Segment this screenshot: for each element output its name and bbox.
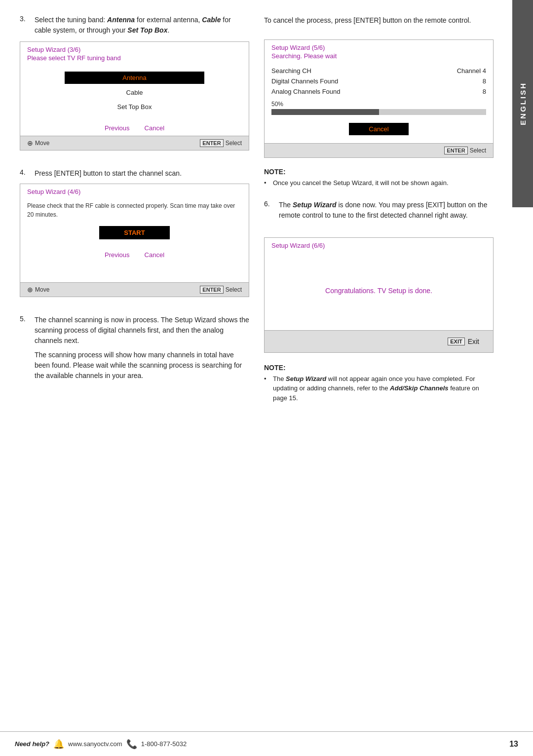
wizard-4-previous-link[interactable]: Previous <box>105 251 130 259</box>
english-label: ENGLISH <box>519 82 527 125</box>
page-footer: Need help? 🔔 www.sanyoctv.com 📞 1-800-87… <box>0 731 533 756</box>
wizard-5-title: Setup Wizard (5/6) <box>271 44 486 51</box>
note-6-title: NOTE: <box>264 364 494 372</box>
congrats-text: Congratulations. TV Setup is done. <box>325 287 432 295</box>
wizard-6-footer-bar: EXIT Exit <box>265 330 493 352</box>
wizard-4-box: Setup Wizard (4/6) Please check that the… <box>20 184 249 297</box>
progress-bar-outer <box>271 109 486 115</box>
note-6-item-1: • The Setup Wizard will not appear again… <box>264 374 494 403</box>
step-3-text: Select the tuning band: Antenna for exte… <box>35 15 249 36</box>
note-6-section: NOTE: • The Setup Wizard will not appear… <box>264 364 494 403</box>
wizard-3-header: Setup Wizard (3/6) Please select TV RF t… <box>20 42 249 64</box>
scan-label-1: Searching CH <box>271 67 311 75</box>
wizard-4-header: Setup Wizard (4/6) <box>20 184 249 197</box>
step-5-text2: The scanning process will show how many … <box>20 350 249 381</box>
scan-row-2: Digital Channels Found 8 <box>271 76 486 86</box>
wizard-4-body: Please check that the RF cable is connec… <box>20 197 249 247</box>
wizard-3-move-label: ⊕ Move <box>27 139 49 147</box>
wizard-5-enter-label: ENTER Select <box>444 147 486 154</box>
wizard-6-title: Setup Wizard (6/6) <box>271 242 486 249</box>
wizard-3-option-antenna[interactable]: Antenna <box>65 72 204 84</box>
wizard-4-move-label: ⊕ Move <box>27 286 49 294</box>
wizard-4-spacer <box>20 263 249 282</box>
wizard-4-title: Setup Wizard (4/6) <box>27 188 242 195</box>
step-4-block: 4. Press [ENTER] button to start the cha… <box>20 168 249 297</box>
footer-phone: 1-800-877-5032 <box>141 740 187 748</box>
wizard-4-cancel-link[interactable]: Cancel <box>145 251 164 259</box>
footer-left: Need help? 🔔 www.sanyoctv.com 📞 1-800-87… <box>15 739 187 750</box>
move-icon: ⊕ <box>27 139 33 147</box>
phone-icon-2: 📞 <box>126 739 137 750</box>
footer-website: www.sanyoctv.com <box>68 740 122 748</box>
exit-btn-container: EXIT Exit <box>441 334 486 349</box>
wizard-4-enter-label: ENTER Select <box>200 286 242 294</box>
scan-row-1: Searching CH Channel 4 <box>271 66 486 76</box>
wizard-6-box: Setup Wizard (6/6) Congratulations. TV S… <box>264 237 494 353</box>
progress-bar-container: 50% <box>271 101 486 115</box>
move-icon-2: ⊕ <box>27 286 33 294</box>
wizard-4-description: Please check that the RF cable is connec… <box>27 201 242 219</box>
note-5-item-1: • Once you cancel the Setup Wizard, it w… <box>264 178 494 188</box>
step-5-text1: The channel scanning is now in process. … <box>35 315 249 346</box>
wizard-4-footer-bar: ⊕ Move ENTER Select <box>20 282 249 297</box>
wizard-6-body: Congratulations. TV Setup is done. <box>265 251 493 330</box>
cancel-btn-container: Cancel <box>271 119 486 139</box>
start-button[interactable]: START <box>99 226 169 239</box>
scan-label-3: Analog Channels Found <box>271 88 341 95</box>
step-3-block: 3. Select the tuning band: Antenna for e… <box>20 15 249 151</box>
step-6-text: The Setup Wizard is done now. You may pr… <box>279 200 494 221</box>
need-help-label: Need help? <box>15 740 49 748</box>
scan-value-3: 8 <box>483 88 486 95</box>
wizard-3-cancel-link[interactable]: Cancel <box>145 124 164 132</box>
wizard-4-footer: Previous Cancel <box>20 247 249 263</box>
wizard-5-subtitle: Searching. Please wait <box>271 52 486 60</box>
footer-page-number: 13 <box>509 740 518 749</box>
step-3-number: 3. <box>20 15 30 23</box>
exit-key-box: EXIT <box>448 338 464 345</box>
wizard-3-previous-link[interactable]: Previous <box>105 124 130 132</box>
wizard-3-footer-bar: ⊕ Move ENTER Select <box>20 136 249 150</box>
scan-value-2: 8 <box>483 77 486 85</box>
wizard-5-footer-bar: ENTER Select <box>265 143 493 157</box>
english-sidebar-tab: ENGLISH <box>512 0 533 207</box>
progress-label: 50% <box>271 101 486 108</box>
phone-icon: 🔔 <box>53 739 64 750</box>
scan-label-2: Digital Channels Found <box>271 77 338 85</box>
wizard-3-title: Setup Wizard (3/6) <box>27 46 242 53</box>
step-4-text: Press [ENTER] button to start the channe… <box>35 168 182 179</box>
right-col-top-text: To cancel the process, press [ENTER] but… <box>264 15 494 26</box>
step-6-block: 6. The Setup Wizard is done now. You may… <box>264 200 494 221</box>
step-6-number: 6. <box>264 200 274 208</box>
exit-button-label[interactable]: Exit <box>468 338 479 345</box>
step-5-number: 5. <box>20 315 30 323</box>
wizard-6-header: Setup Wizard (6/6) <box>265 238 493 251</box>
bullet-2: • <box>264 374 270 403</box>
scan-value-1: Channel 4 <box>457 67 486 75</box>
start-btn-container: START <box>27 219 242 243</box>
step-5-block: 5. The channel scanning is now in proces… <box>20 315 249 381</box>
wizard-5-body: Searching CH Channel 4 Digital Channels … <box>265 62 493 143</box>
scan-row-3: Analog Channels Found 8 <box>271 86 486 97</box>
wizard-5-header: Setup Wizard (5/6) Searching. Please wai… <box>265 40 493 62</box>
cancel-button[interactable]: Cancel <box>349 123 408 135</box>
wizard-3-option-cable[interactable]: Cable <box>126 87 143 98</box>
enter-key-box: ENTER <box>200 139 223 147</box>
step-4-number: 4. <box>20 168 30 176</box>
wizard-3-subtitle: Please select TV RF tuning band <box>27 54 242 62</box>
note-5-section: NOTE: • Once you cancel the Setup Wizard… <box>264 168 494 188</box>
wizard-5-box: Setup Wizard (5/6) Searching. Please wai… <box>264 39 494 158</box>
wizard-3-options: Antenna Cable Set Top Box <box>27 68 242 116</box>
enter-key-box-3: ENTER <box>444 147 467 154</box>
wizard-3-enter-label: ENTER Select <box>200 139 242 147</box>
wizard-3-footer: Previous Cancel <box>20 120 249 136</box>
note-5-title: NOTE: <box>264 168 494 176</box>
enter-key-box-2: ENTER <box>200 286 223 294</box>
progress-bar-inner <box>271 109 379 115</box>
wizard-3-option-settopbox[interactable]: Set Top Box <box>117 101 152 113</box>
note-6-text: The Setup Wizard will not appear again o… <box>273 374 494 403</box>
wizard-3-box: Setup Wizard (3/6) Please select TV RF t… <box>20 41 249 151</box>
bullet-1: • <box>264 178 270 188</box>
wizard-3-body: Antenna Cable Set Top Box <box>20 64 249 120</box>
